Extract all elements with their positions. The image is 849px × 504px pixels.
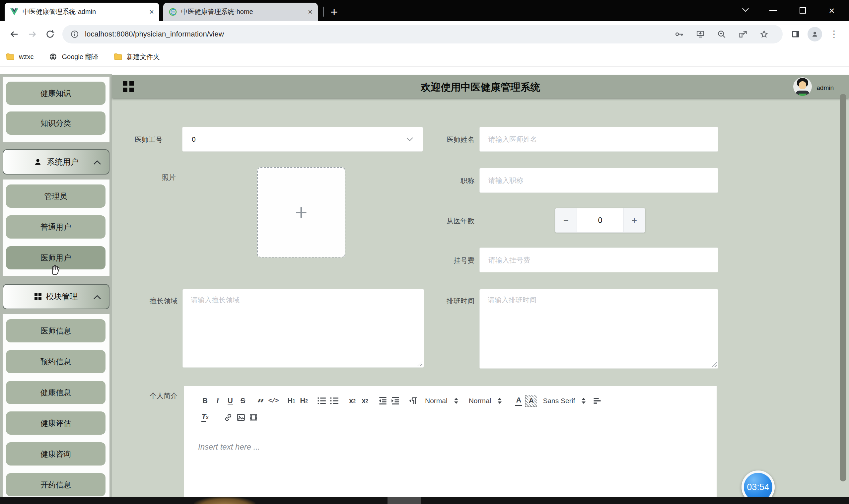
chevron-up-icon xyxy=(93,295,102,300)
bottom-image-fragment xyxy=(194,497,255,504)
clean-format-button[interactable]: Tx xyxy=(199,411,211,424)
password-key-icon[interactable] xyxy=(669,30,690,39)
bookmark-google-translate[interactable]: Google 翻译 xyxy=(49,52,98,61)
sidebar-item-health-consult[interactable]: 健康咨询 xyxy=(6,442,106,466)
reload-icon[interactable] xyxy=(41,25,59,43)
username-text: admin xyxy=(816,84,834,92)
underline-button[interactable]: U xyxy=(224,395,237,407)
sidebar-group-system-users[interactable]: 系统用户 xyxy=(3,149,109,175)
job-title-input[interactable] xyxy=(480,168,718,193)
sidebar-item-admin[interactable]: 管理员 xyxy=(6,184,106,208)
close-icon[interactable]: × xyxy=(149,8,154,16)
photo-upload-box[interactable]: + xyxy=(257,167,345,257)
indent-icon[interactable] xyxy=(389,395,402,407)
physician-name-label: 医师姓名 xyxy=(418,135,474,144)
sidebar-item-knowledge-category[interactable]: 知识分类 xyxy=(6,111,106,135)
menu-dots-icon[interactable]: ⋮ xyxy=(825,30,844,39)
photo-label: 照片 xyxy=(120,173,176,182)
scrollbar-thumb[interactable] xyxy=(840,94,846,482)
site-info-icon[interactable] xyxy=(70,30,79,38)
fee-input[interactable] xyxy=(480,248,718,272)
physician-name-input[interactable] xyxy=(480,127,718,151)
zoom-out-icon[interactable] xyxy=(711,30,732,39)
profile-label: 个人简介 xyxy=(121,391,178,400)
header-2-button[interactable]: H2 xyxy=(297,395,310,407)
browser-toolbar: localhost:8080/physician_information/vie… xyxy=(0,21,849,47)
strike-button[interactable]: S xyxy=(237,395,249,407)
tab-title: 中医健康管理系统-admin xyxy=(22,7,145,16)
video-icon[interactable] xyxy=(247,411,260,424)
bottom-cutoff-strip xyxy=(0,497,849,504)
fee-label: 挂号费 xyxy=(418,256,474,265)
years-label: 从医年数 xyxy=(418,216,474,226)
schedule-label: 排班时间 xyxy=(418,296,474,306)
text-direction-icon[interactable] xyxy=(407,395,420,407)
bookmark-new-folder[interactable]: 新建文件夹 xyxy=(114,52,160,61)
outdent-icon[interactable] xyxy=(377,395,389,407)
profile-icon[interactable] xyxy=(805,27,825,41)
browser-tab-home[interactable]: 中医健康管理系统-home × xyxy=(163,3,318,21)
minimize-button[interactable] xyxy=(759,0,788,21)
schedule-textarea[interactable] xyxy=(480,289,718,368)
bookmark-label: 新建文件夹 xyxy=(127,52,160,61)
address-bar[interactable]: localhost:8080/physician_information/vie… xyxy=(62,25,783,43)
physician-id-label: 医师工号 xyxy=(106,135,163,144)
blockquote-button[interactable]: ” xyxy=(254,392,267,410)
share-icon[interactable] xyxy=(732,30,754,39)
link-icon[interactable] xyxy=(222,411,235,424)
image-icon[interactable] xyxy=(235,411,247,424)
url-text[interactable]: localhost:8080/physician_information/vie… xyxy=(85,30,224,38)
header-1-button[interactable]: H1 xyxy=(285,395,297,407)
sidebar-item-prescription-info[interactable]: 开药信息 xyxy=(6,473,106,497)
physician-id-select[interactable]: 0 xyxy=(182,127,423,151)
select-arrows-icon xyxy=(498,398,502,404)
header-select[interactable]: Normal xyxy=(425,397,458,405)
sidebar-item-health-info[interactable]: 健康信息 xyxy=(6,381,106,404)
background-color-button[interactable]: A xyxy=(525,395,538,407)
new-tab-button[interactable]: + xyxy=(330,6,338,18)
sidebar-item-normal-user[interactable]: 普通用户 xyxy=(6,215,106,238)
job-title-label: 职称 xyxy=(418,176,474,185)
italic-button[interactable]: I xyxy=(211,395,224,407)
increment-button[interactable]: + xyxy=(624,209,645,232)
install-app-icon[interactable] xyxy=(690,30,711,39)
editor-content[interactable]: Insert text here ... xyxy=(184,430,717,464)
decrement-button[interactable]: − xyxy=(555,209,577,232)
sidebar-item-health-assessment[interactable]: 健康评估 xyxy=(6,411,106,435)
bold-button[interactable]: B xyxy=(199,395,211,407)
text-color-button[interactable]: A xyxy=(512,395,525,407)
tab-divider xyxy=(323,7,324,17)
align-icon[interactable] xyxy=(591,395,603,407)
avatar[interactable] xyxy=(793,77,812,96)
side-panel-icon[interactable] xyxy=(786,29,805,39)
sidebar-item-health-knowledge[interactable]: 健康知识 xyxy=(6,82,106,105)
app-page: 健康知识 知识分类 系统用户 管理员 普通用户 医师用户 模块管理 医师信息 预… xyxy=(0,67,849,504)
sidebar-item-physician-info[interactable]: 医师信息 xyxy=(6,319,106,342)
bookmark-wzxc[interactable]: wzxc xyxy=(6,53,34,61)
close-window-button[interactable]: × xyxy=(817,0,846,21)
close-icon[interactable]: × xyxy=(308,8,312,16)
specialty-textarea[interactable] xyxy=(183,289,424,367)
tab-search-chevron-icon[interactable] xyxy=(741,7,749,13)
physician-id-value: 0 xyxy=(192,136,196,143)
restore-button[interactable] xyxy=(788,0,817,21)
size-select[interactable]: Normal xyxy=(469,397,502,405)
folder-icon xyxy=(114,53,122,60)
superscript-button[interactable]: x2 xyxy=(359,395,371,407)
sidebar-item-appointment-info[interactable]: 预约信息 xyxy=(6,350,106,373)
window-controls: × xyxy=(759,0,846,21)
vue-icon xyxy=(10,8,19,16)
browser-tab-admin[interactable]: 中医健康管理系统-admin × xyxy=(5,3,159,21)
specialty-textarea-wrap xyxy=(182,289,424,367)
bookmark-star-icon[interactable] xyxy=(754,30,775,39)
years-value[interactable]: 0 xyxy=(577,209,624,232)
subscript-button[interactable]: x2 xyxy=(346,395,359,407)
forward-icon[interactable] xyxy=(23,25,41,43)
bullet-list-icon[interactable] xyxy=(328,395,341,407)
font-select[interactable]: Sans Serif xyxy=(543,397,585,405)
back-icon[interactable] xyxy=(5,25,23,43)
ordered-list-icon[interactable] xyxy=(315,395,328,407)
hand-cursor-icon xyxy=(49,262,61,276)
code-block-button[interactable]: </> xyxy=(267,395,280,407)
sidebar-group-module-management[interactable]: 模块管理 xyxy=(3,284,109,309)
